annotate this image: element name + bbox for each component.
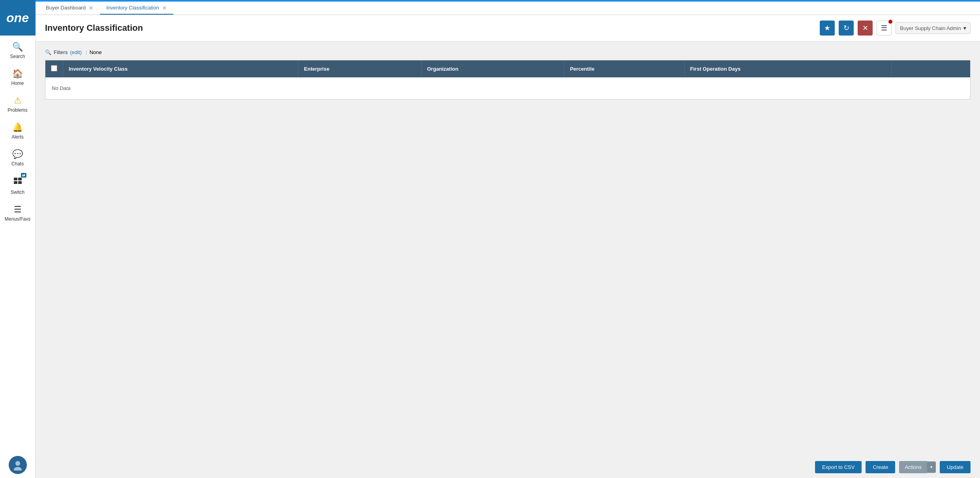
actions-dropdown-group: Actions ▾ [899, 461, 936, 473]
sidebar-item-home[interactable]: 🏠 Home [0, 64, 35, 91]
refresh-button[interactable]: ↻ [839, 21, 854, 36]
col-inventory-velocity-class: Inventory Velocity Class [63, 60, 298, 77]
svg-point-4 [15, 461, 20, 466]
bell-icon: 🔔 [12, 122, 23, 133]
tab-label-buyer-dashboard: Buyer Dashboard [46, 5, 86, 11]
sidebar-bottom [0, 456, 35, 478]
filter-search-icon: 🔍 [45, 49, 51, 55]
update-button[interactable]: Update [940, 461, 971, 473]
sidebar-item-search[interactable]: 🔍 Search [0, 37, 35, 64]
sidebar-item-label-menus: Menus/Favs [5, 216, 30, 222]
table-header-row: Inventory Velocity Class Enterprise Orga… [45, 60, 970, 77]
col-percentile: Percentile [564, 60, 684, 77]
sidebar-item-switch[interactable]: ⇄ Switch [0, 171, 35, 200]
create-button[interactable]: Create [866, 461, 895, 473]
sidebar-item-label-switch: Switch [11, 189, 24, 195]
svg-point-5 [14, 467, 22, 471]
content-area: 🔍 Filters (edit) : None Inventory Veloci… [36, 41, 980, 456]
col-checkbox [45, 60, 63, 77]
col-enterprise: Enterprise [298, 60, 422, 77]
actions-arrow-icon: ▾ [930, 465, 933, 469]
notification-badge [888, 19, 893, 24]
actions-dropdown-arrow[interactable]: ▾ [927, 461, 936, 473]
app-logo[interactable]: one [0, 0, 36, 36]
refresh-icon: ↻ [843, 24, 849, 32]
sidebar-item-label-chats: Chats [11, 161, 24, 167]
svg-rect-1 [18, 178, 22, 180]
close-icon: ✕ [862, 24, 868, 32]
svg-rect-0 [14, 178, 17, 180]
home-icon: 🏠 [12, 69, 23, 79]
select-all-checkbox[interactable] [51, 65, 57, 71]
dropdown-arrow-icon: ▾ [963, 25, 966, 31]
sidebar-item-alerts[interactable]: 🔔 Alerts [0, 118, 35, 144]
tab-label-inventory-classification: Inventory Classification [106, 5, 159, 11]
chat-icon: 💬 [12, 149, 23, 159]
user-role-dropdown[interactable]: Buyer Supply Chain Admin ▾ [896, 22, 971, 34]
user-role-label: Buyer Supply Chain Admin [900, 25, 961, 31]
filters-label: Filters [54, 49, 67, 55]
tab-inventory-classification[interactable]: Inventory Classification ✕ [100, 2, 173, 15]
header-actions: ★ ↻ ✕ ☰ Buyer Supply Chain Admin ▾ [820, 21, 971, 36]
sidebar-item-label-problems: Problems [7, 107, 28, 113]
logo-text: one [6, 11, 29, 25]
warning-icon: ⚠ [14, 96, 22, 106]
svg-rect-3 [18, 181, 22, 184]
sidebar-item-label-home: Home [11, 81, 24, 86]
star-icon: ★ [824, 24, 830, 32]
filters-edit-link[interactable]: (edit) [70, 49, 82, 55]
sidebar: one 🔍 Search 🏠 Home ⚠ Problems 🔔 Alerts … [0, 0, 36, 478]
filters-value: : [86, 49, 87, 55]
tab-bar: Buyer Dashboard ✕ Inventory Classificati… [36, 2, 980, 15]
no-data-row: No Data [45, 77, 970, 99]
close-page-button[interactable]: ✕ [858, 21, 873, 36]
col-organization: Organization [421, 60, 564, 77]
main-content: Buyer Dashboard ✕ Inventory Classificati… [36, 0, 980, 478]
user-avatar[interactable] [9, 456, 27, 474]
sidebar-item-problems[interactable]: ⚠ Problems [0, 91, 35, 118]
menu-icon: ☰ [14, 204, 22, 215]
col-actions [891, 60, 970, 77]
data-table-container: Inventory Velocity Class Enterprise Orga… [45, 60, 971, 99]
export-csv-button[interactable]: Export to CSV [815, 461, 862, 473]
table-body: No Data [45, 77, 970, 99]
switch-icon: ⇄ [13, 176, 22, 188]
search-icon: 🔍 [12, 42, 23, 52]
tab-close-buyer-dashboard[interactable]: ✕ [89, 5, 94, 11]
table-header: Inventory Velocity Class Enterprise Orga… [45, 60, 970, 77]
svg-rect-2 [14, 181, 17, 184]
sidebar-item-menus[interactable]: ☰ Menus/Favs [0, 200, 35, 227]
filters-row: 🔍 Filters (edit) : None [45, 49, 971, 55]
sidebar-item-label-alerts: Alerts [11, 134, 24, 140]
sidebar-item-chats[interactable]: 💬 Chats [0, 144, 35, 171]
inventory-table: Inventory Velocity Class Enterprise Orga… [45, 60, 970, 99]
page-title: Inventory Classification [45, 23, 143, 33]
tab-buyer-dashboard[interactable]: Buyer Dashboard ✕ [39, 2, 100, 15]
tab-close-inventory-classification[interactable]: ✕ [162, 5, 167, 11]
favorite-button[interactable]: ★ [820, 21, 835, 36]
footer-action-bar: Export to CSV Create Actions ▾ Update [36, 456, 980, 478]
hamburger-icon: ☰ [881, 24, 887, 32]
sidebar-item-label-search: Search [10, 54, 25, 59]
no-data-text: No Data [52, 85, 71, 91]
col-first-operation-days: First Operation Days [684, 60, 891, 77]
filters-none-value: None [90, 49, 102, 55]
page-header: Inventory Classification ★ ↻ ✕ ☰ Buyer S… [36, 15, 980, 41]
actions-button[interactable]: Actions [899, 461, 927, 473]
